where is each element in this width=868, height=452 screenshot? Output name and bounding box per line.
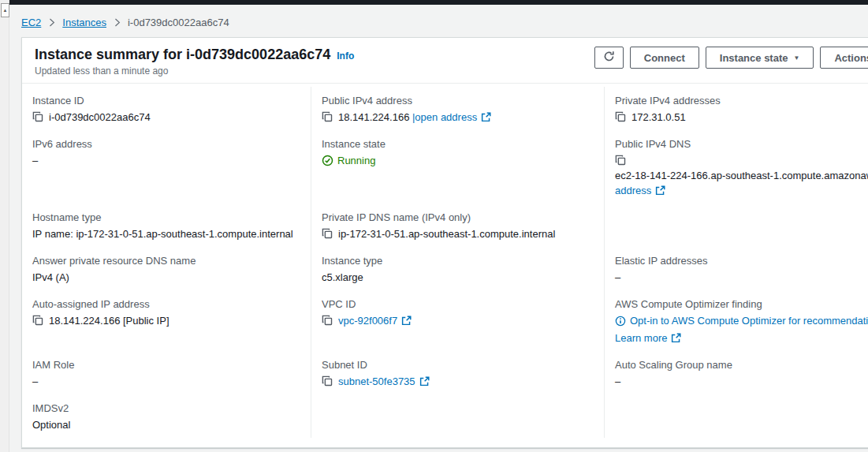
field-value: – [615, 374, 868, 389]
field-public-ipv4-dns: Public IPv4 DNSec2-18-141-224-166.ap-sou… [604, 130, 868, 204]
breadcrumb-item-instances[interactable]: Instances [62, 17, 106, 28]
field-value-text: 18.141.224.166 [Public IP] [49, 315, 170, 327]
info-icon[interactable] [615, 316, 626, 327]
refresh-button[interactable] [594, 47, 624, 69]
left-scrollbar[interactable]: ▲ [0, 0, 9, 452]
open-address-link[interactable]: |open address [412, 111, 477, 123]
field-iam-role: IAM Role– [22, 351, 311, 394]
page-title: Instance summary for i-0d739dc0022aa6c74 [35, 47, 330, 63]
empty-cell [604, 204, 868, 247]
field-value-text: 18.141.224.166 [338, 111, 412, 123]
copy-icon[interactable] [32, 111, 43, 122]
field-label: Elastic IP addresses [615, 255, 868, 267]
empty-cell [311, 394, 604, 438]
field-private-ipv4-addresses: Private IPv4 addresses172.31.0.51 [604, 87, 868, 130]
copy-icon[interactable] [322, 315, 333, 326]
field-value-text: – [32, 155, 38, 166]
instance-summary-card: Instance summary for i-0d739dc0022aa6c74… [21, 37, 868, 448]
field-instance-id: Instance IDi-0d739dc0022aa6c74 [22, 87, 311, 130]
refresh-icon [603, 50, 615, 65]
summary-header: Instance summary for i-0d739dc0022aa6c74… [22, 38, 868, 84]
field-label: IAM Role [32, 359, 298, 371]
copy-icon[interactable] [322, 375, 333, 387]
field-label: Public IPv4 address [322, 95, 591, 106]
field-value-link[interactable]: Opt-in to AWS Compute Optimizer for reco… [630, 315, 868, 327]
external-link-icon[interactable] [655, 185, 665, 196]
field-value-text: Running [337, 155, 375, 166]
field-value-text: – [615, 271, 620, 283]
field-value: vpc-92f006f7 [322, 313, 591, 328]
actions-button[interactable]: Actions ▼ [820, 47, 868, 69]
field-value-link[interactable]: subnet-50fe3735 [338, 375, 415, 387]
external-link-icon[interactable] [419, 376, 430, 387]
breadcrumb-item-ec2[interactable]: EC2 [21, 17, 41, 28]
field-value-line2: Learn more [615, 331, 868, 346]
field-value: c5.xlarge [322, 270, 591, 285]
connect-button[interactable]: Connect [630, 47, 699, 69]
field-value: IPv4 (A) [32, 270, 298, 285]
field-ipv6-address: IPv6 address– [22, 130, 311, 204]
field-value: – [32, 153, 298, 168]
chevron-down-icon: ▼ [793, 54, 799, 62]
field-subnet-id: Subnet IDsubnet-50fe3735 [311, 351, 604, 394]
field-value-text: – [32, 375, 38, 387]
field-value: ip-172-31-0-51.ap-southeast-1.compute.in… [322, 226, 591, 241]
field-value: subnet-50fe3735 [322, 374, 591, 389]
external-link-icon[interactable] [671, 333, 681, 343]
field-label: Auto-assigned IP address [32, 298, 298, 310]
field-value: Optional [32, 417, 298, 432]
field-value: 172.31.0.51 [615, 110, 868, 125]
field-label: Hostname type [32, 211, 298, 223]
field-elastic-ip-addresses: Elastic IP addresses– [604, 247, 868, 290]
field-value: 18.141.224.166 [Public IP] [32, 313, 298, 328]
page: EC2Instancesi-0d739dc0022aa6c74 Instance… [9, 5, 868, 452]
copy-icon[interactable] [615, 111, 626, 122]
field-label: Instance type [322, 255, 591, 267]
field-value: IP name: ip-172-31-0-51.ap-southeast-1.c… [32, 226, 298, 241]
field-value-text: ip-172-31-0-51.ap-southeast-1.compute.in… [338, 228, 555, 240]
field-label: Instance state [322, 138, 591, 150]
field-value-text: IP name: ip-172-31-0-51.ap-southeast-1.c… [32, 228, 293, 240]
field-value-text: IPv4 (A) [32, 271, 69, 283]
field-value-text: c5.xlarge [322, 271, 363, 283]
info-link[interactable]: Info [337, 50, 354, 62]
field-value-text: 172.31.0.51 [631, 111, 686, 123]
copy-icon[interactable] [615, 155, 626, 166]
status-running-icon [322, 155, 333, 166]
field-value: 18.141.224.166 |open address [322, 110, 591, 125]
copy-icon[interactable] [32, 315, 43, 326]
field-value-text: i-0d739dc0022aa6c74 [49, 111, 151, 123]
field-label: Public IPv4 DNS [615, 138, 868, 150]
field-vpc-id: VPC IDvpc-92f006f7 [311, 290, 604, 351]
empty-cell [604, 394, 868, 438]
learn-more-link[interactable]: Learn more [615, 332, 667, 344]
breadcrumb: EC2Instancesi-0d739dc0022aa6c74 [9, 5, 868, 37]
copy-icon[interactable] [322, 111, 333, 122]
header-actions: Connect Instance state ▼ Actions ▼ [594, 47, 868, 69]
field-label: Instance ID [32, 95, 298, 106]
field-value-link[interactable]: vpc-92f006f7 [338, 315, 397, 327]
external-link-icon[interactable] [481, 112, 491, 122]
summary-field-grid: Instance IDi-0d739dc0022aa6c74Public IPv… [22, 84, 868, 447]
field-aws-compute-optimizer-finding: AWS Compute Optimizer findingOpt-in to A… [604, 290, 868, 351]
instance-state-button[interactable]: Instance state ▼ [706, 47, 814, 69]
external-link-icon[interactable] [401, 316, 412, 326]
breadcrumb-chevron-icon [113, 17, 121, 28]
field-value: Running [322, 153, 591, 168]
field-private-ip-dns-name-ipv4-only: Private IP DNS name (IPv4 only)ip-172-31… [311, 204, 604, 247]
field-label: Private IPv4 addresses [615, 95, 868, 106]
copy-icon[interactable] [322, 228, 333, 239]
field-value: ec2-18-141-224-166.ap-southeast-1.comput… [615, 153, 868, 198]
field-hostname-type: Hostname typeIP name: ip-172-31-0-51.ap-… [22, 204, 311, 247]
field-value-text: Optional [32, 419, 70, 431]
field-value: – [615, 270, 868, 285]
field-label: AWS Compute Optimizer finding [615, 298, 868, 310]
field-label: Auto Scaling Group name [615, 359, 868, 371]
field-value: Opt-in to AWS Compute Optimizer for reco… [615, 313, 868, 346]
field-auto-assigned-ip-address: Auto-assigned IP address18.141.224.166 [… [22, 290, 311, 351]
field-value-text: – [615, 375, 620, 387]
field-answer-private-resource-dns-name: Answer private resource DNS nameIPv4 (A) [22, 247, 311, 290]
field-label: Subnet ID [322, 359, 591, 371]
field-label: IMDSv2 [32, 402, 298, 414]
scrollbar-up-arrow-icon[interactable]: ▲ [1, 3, 9, 17]
